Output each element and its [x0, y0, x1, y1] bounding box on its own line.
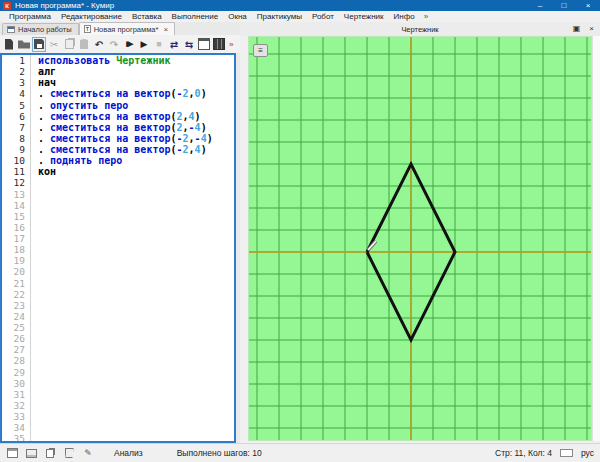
code-line[interactable]: нач [38, 77, 234, 88]
line-number: 20 [2, 266, 25, 277]
code-line[interactable]: алг [38, 66, 234, 77]
code-line[interactable] [38, 177, 234, 188]
menu-чертежник[interactable]: Чертежник [339, 11, 389, 22]
code-line[interactable]: . поднять перо [38, 155, 234, 166]
code-line[interactable] [38, 333, 234, 344]
menu-bar: ПрограммаРедактированиеВставкаВыполнение… [0, 11, 600, 22]
canvas-menu-icon[interactable]: ≡ [253, 44, 268, 57]
show-field-button[interactable] [212, 37, 226, 52]
line-number: 33 [2, 411, 25, 422]
step-into-button[interactable] [182, 37, 196, 52]
line-number: 10 [2, 155, 25, 166]
line-number: 29 [2, 367, 25, 378]
copy-button[interactable] [62, 37, 76, 52]
drawer-close-icon[interactable]: × [589, 22, 594, 36]
code-line[interactable] [38, 266, 234, 277]
code-line[interactable] [38, 433, 234, 443]
code-line[interactable]: . сместиться на вектор(2,-4) [38, 122, 234, 133]
code-line[interactable] [38, 211, 234, 222]
line-number: 14 [2, 200, 25, 211]
menu-вставка[interactable]: Вставка [127, 11, 167, 22]
menu-инфо[interactable]: Инфо [389, 11, 420, 22]
run-button[interactable] [137, 37, 151, 52]
code-line[interactable] [38, 255, 234, 266]
line-number: 17 [2, 233, 25, 244]
save-file-button[interactable] [32, 37, 46, 52]
code-editor[interactable]: 1234567891011121314151617181920212223242… [0, 53, 236, 443]
tab-close-icon[interactable]: × [163, 25, 168, 34]
code-line[interactable]: кон [38, 166, 234, 177]
code-line[interactable] [38, 411, 234, 422]
drawer-title-bar[interactable]: Чертежник ▣ × [240, 22, 600, 36]
line-number: 21 [2, 278, 25, 289]
code-line[interactable] [38, 344, 234, 355]
code-line[interactable] [38, 189, 234, 200]
run-to-cursor-button[interactable] [122, 37, 136, 52]
menu-overflow-chevron[interactable]: » [420, 12, 432, 21]
line-number: 13 [2, 189, 25, 200]
cut-button[interactable] [47, 37, 61, 52]
menu-программа[interactable]: Программа [4, 11, 56, 22]
line-number: 9 [2, 144, 25, 155]
code-line[interactable] [38, 389, 234, 400]
code-line[interactable]: использовать Чертежник [38, 55, 234, 66]
code-area[interactable]: использовать Чертежникалгнач. сместиться… [31, 55, 234, 441]
code-line[interactable] [38, 300, 234, 311]
status-trash-icon[interactable] [63, 448, 75, 459]
code-line[interactable] [38, 367, 234, 378]
steps-counter: Выполнено шагов: 10 [177, 448, 262, 458]
code-line[interactable] [38, 311, 234, 322]
menu-выполнение[interactable]: Выполнение [167, 11, 224, 22]
line-number: 24 [2, 311, 25, 322]
start-page-icon [7, 26, 15, 33]
close-button[interactable]: × [576, 0, 600, 11]
stop-button[interactable] [152, 37, 166, 52]
status-pen-icon[interactable] [82, 448, 94, 459]
menu-робот[interactable]: Робот [307, 11, 339, 22]
code-line[interactable] [38, 200, 234, 211]
code-line[interactable] [38, 244, 234, 255]
code-line[interactable]: . опустить перо [38, 100, 234, 111]
code-line[interactable] [38, 422, 234, 433]
status-printer-icon[interactable] [25, 448, 37, 459]
paste-button[interactable] [77, 37, 91, 52]
line-number: 7 [2, 122, 25, 133]
step-over-button[interactable] [167, 37, 181, 52]
menu-редактирование[interactable]: Редактирование [56, 11, 127, 22]
drawer-canvas[interactable]: ≡ [248, 36, 592, 441]
redo-button[interactable] [107, 37, 121, 52]
open-file-button[interactable] [17, 37, 31, 52]
maximize-button[interactable]: □ [552, 0, 576, 11]
line-number: 1 [2, 55, 25, 66]
code-line[interactable] [38, 289, 234, 300]
minimize-button[interactable]: – [528, 0, 552, 11]
code-line[interactable]: . сместиться на вектор(2,4) [38, 111, 234, 122]
drawer-scrollbar[interactable] [592, 36, 600, 441]
new-file-button[interactable] [2, 37, 16, 52]
code-line[interactable]: . сместиться на вектор(-2,0) [38, 88, 234, 99]
code-line[interactable] [38, 278, 234, 289]
menu-окна[interactable]: Окна [223, 11, 252, 22]
code-line[interactable] [38, 378, 234, 389]
title-bar: К Новая программа* - Кумир – □ × [0, 0, 600, 11]
tab-start-page[interactable]: Начало работы [2, 23, 79, 35]
code-line[interactable]: . сместиться на вектор(-2,4) [38, 144, 234, 155]
drawer-float-icon[interactable]: ▣ [573, 22, 581, 36]
window-title: Новая программа* - Кумир [15, 1, 528, 10]
tab-new-program[interactable]: Т Новая программа* × [79, 22, 175, 35]
keyboard-layout-icon [560, 449, 573, 457]
status-window-icon[interactable] [6, 448, 18, 459]
code-line[interactable] [38, 322, 234, 333]
menu-практикумы[interactable]: Практикумы [252, 11, 307, 22]
code-line[interactable] [38, 222, 234, 233]
undo-button[interactable] [92, 37, 106, 52]
code-line[interactable] [38, 355, 234, 366]
show-console-button[interactable] [197, 37, 211, 52]
code-line[interactable] [38, 400, 234, 411]
code-line[interactable]: . сместиться на вектор(-2,-4) [38, 133, 234, 144]
drawer-body: ≡ [240, 36, 600, 443]
drawer-window: Чертежник ▣ × ≡ [240, 22, 600, 443]
code-line[interactable] [38, 233, 234, 244]
status-copy-icon[interactable] [44, 448, 56, 459]
toolbar-overflow-chevron[interactable]: » [229, 40, 233, 49]
